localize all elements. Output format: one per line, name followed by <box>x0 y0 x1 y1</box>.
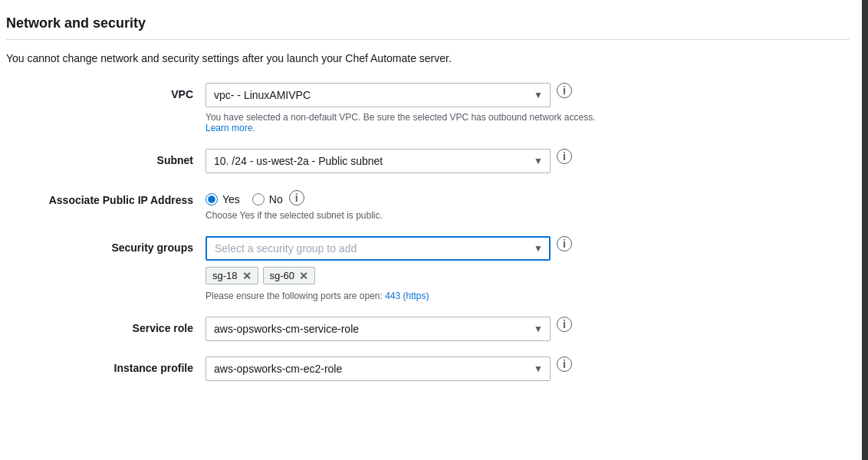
security-groups-label: Security groups <box>6 236 205 254</box>
service-role-row: Service role aws-opsworks-cm-service-rol… <box>6 317 850 341</box>
instance-profile-info-icon[interactable]: i <box>557 356 572 372</box>
public-ip-row: Associate Public IP Address Yes No i Cho… <box>6 189 850 221</box>
service-role-select[interactable]: aws-opsworks-cm-service-role <box>205 317 551 341</box>
public-ip-info-icon[interactable]: i <box>289 190 304 205</box>
vpc-hint: You have selected a non-default VPC. Be … <box>205 112 604 133</box>
security-group-tag-2-remove[interactable]: ✕ <box>299 271 308 281</box>
subnet-label: Subnet <box>6 149 205 166</box>
subnet-info-icon[interactable]: i <box>557 149 572 164</box>
public-ip-control: Yes No i Choose Yes if the selected subn… <box>205 189 604 221</box>
subnet-field-row: 10. /24 - us-west-2a - Public subnet ▼ i <box>205 149 604 173</box>
public-ip-yes-radio[interactable] <box>205 193 218 205</box>
instance-profile-select-wrapper: aws-opsworks-cm-ec2-role ▼ <box>205 356 551 381</box>
security-groups-control: Select a security group to add ▼ i sg-18… <box>205 236 604 301</box>
public-ip-no-radio[interactable] <box>252 193 265 205</box>
security-groups-row: Security groups Select a security group … <box>6 236 850 301</box>
security-group-tag-1-value: sg-18 <box>212 270 238 281</box>
instance-profile-select[interactable]: aws-opsworks-cm-ec2-role <box>205 356 551 381</box>
security-groups-field-row: Select a security group to add ▼ i <box>205 236 604 261</box>
subnet-select-wrapper: 10. /24 - us-west-2a - Public subnet ▼ <box>205 149 551 173</box>
vpc-select[interactable]: vpc- - LinuxAMIVPC <box>205 83 551 107</box>
instance-profile-control: aws-opsworks-cm-ec2-role ▼ i <box>205 356 604 381</box>
security-groups-hint: Please ensure the following ports are op… <box>205 291 604 301</box>
vpc-field-row: vpc- - LinuxAMIVPC ▼ i <box>205 83 604 107</box>
public-ip-yes-label: Yes <box>222 193 240 205</box>
vpc-learn-more-link[interactable]: Learn more. <box>205 123 255 133</box>
security-groups-info-icon[interactable]: i <box>557 236 572 251</box>
security-group-tag-2: sg-60 ✕ <box>263 267 316 284</box>
service-role-label: Service role <box>6 317 205 334</box>
service-role-select-wrapper: aws-opsworks-cm-service-role ▼ <box>205 317 551 341</box>
subnet-control: 10. /24 - us-west-2a - Public subnet ▼ i <box>205 149 604 173</box>
service-role-info-icon[interactable]: i <box>557 317 572 332</box>
vpc-label: VPC <box>6 83 205 100</box>
security-groups-placeholder: Select a security group to add <box>215 242 357 255</box>
vpc-info-icon[interactable]: i <box>557 83 572 98</box>
security-group-tag-1: sg-18 ✕ <box>205 267 258 284</box>
service-role-control: aws-opsworks-cm-service-role ▼ i <box>205 317 604 341</box>
right-border <box>862 0 868 460</box>
instance-profile-field-row: aws-opsworks-cm-ec2-role ▼ i <box>205 356 604 381</box>
security-groups-select[interactable]: Select a security group to add <box>205 236 551 261</box>
public-ip-hint: Choose Yes if the selected subnet is pub… <box>205 210 604 221</box>
public-ip-field-row: Yes No i <box>205 189 604 205</box>
instance-profile-label: Instance profile <box>6 356 205 374</box>
security-group-tag-1-remove[interactable]: ✕ <box>242 271 252 281</box>
instance-profile-row: Instance profile aws-opsworks-cm-ec2-rol… <box>6 356 850 381</box>
security-groups-ports: 443 (https) <box>385 291 429 301</box>
page-description: You cannot change network and security s… <box>6 52 850 64</box>
subnet-select[interactable]: 10. /24 - us-west-2a - Public subnet <box>205 149 551 173</box>
page-title: Network and security <box>6 15 850 31</box>
vpc-control: vpc- - LinuxAMIVPC ▼ i You have selected… <box>205 83 604 133</box>
service-role-field-row: aws-opsworks-cm-service-role ▼ i <box>205 317 604 341</box>
public-ip-radio-group: Yes No <box>205 189 283 205</box>
section-divider <box>6 39 850 40</box>
security-group-tag-2-value: sg-60 <box>270 270 295 281</box>
public-ip-yes-option[interactable]: Yes <box>205 193 240 205</box>
vpc-row: VPC vpc- - LinuxAMIVPC ▼ i You have sele… <box>6 83 850 133</box>
public-ip-no-option[interactable]: No <box>252 193 283 205</box>
vpc-select-wrapper: vpc- - LinuxAMIVPC ▼ <box>205 83 551 107</box>
public-ip-label: Associate Public IP Address <box>6 189 205 206</box>
subnet-row: Subnet 10. /24 - us-west-2a - Public sub… <box>6 149 850 173</box>
public-ip-no-label: No <box>269 193 283 205</box>
security-groups-select-wrapper: Select a security group to add ▼ <box>205 236 551 261</box>
security-groups-tags: sg-18 ✕ sg-60 ✕ <box>205 267 604 284</box>
